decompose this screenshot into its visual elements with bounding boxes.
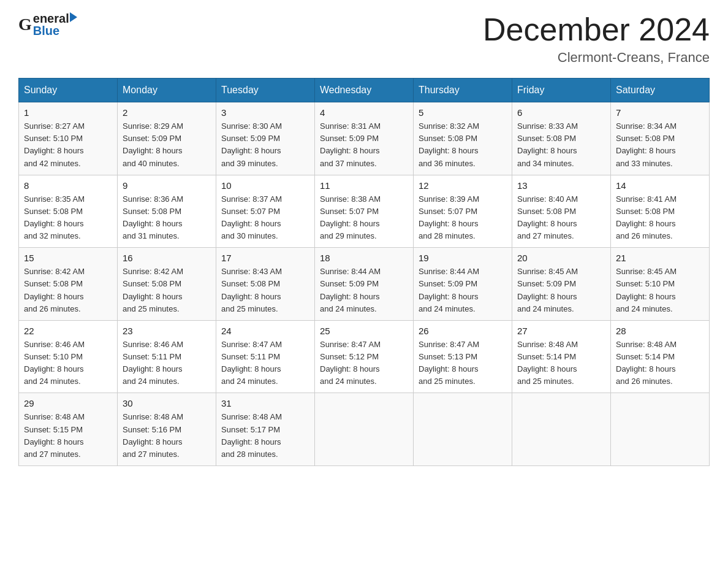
table-row: 29 Sunrise: 8:48 AMSunset: 5:15 PMDaylig… bbox=[19, 393, 118, 466]
day-number: 21 bbox=[616, 253, 704, 263]
table-row: 11 Sunrise: 8:38 AMSunset: 5:07 PMDaylig… bbox=[315, 175, 414, 248]
day-info: Sunrise: 8:45 AMSunset: 5:10 PMDaylight:… bbox=[616, 266, 704, 315]
day-info: Sunrise: 8:47 AMSunset: 5:13 PMDaylight:… bbox=[419, 339, 507, 388]
day-number: 12 bbox=[419, 180, 507, 191]
day-info: Sunrise: 8:44 AMSunset: 5:09 PMDaylight:… bbox=[320, 266, 408, 315]
calendar-table: Sunday Monday Tuesday Wednesday Thursday… bbox=[18, 78, 710, 466]
day-number: 7 bbox=[616, 107, 704, 118]
table-row bbox=[512, 393, 611, 466]
table-row: 17 Sunrise: 8:43 AMSunset: 5:08 PMDaylig… bbox=[216, 248, 315, 321]
day-info: Sunrise: 8:42 AMSunset: 5:08 PMDaylight:… bbox=[123, 266, 211, 315]
day-number: 23 bbox=[123, 326, 211, 336]
day-number: 10 bbox=[221, 180, 309, 191]
day-number: 18 bbox=[320, 253, 408, 263]
day-number: 20 bbox=[517, 253, 605, 263]
day-number: 31 bbox=[221, 398, 309, 408]
day-number: 27 bbox=[517, 326, 605, 336]
table-row: 9 Sunrise: 8:36 AMSunset: 5:08 PMDayligh… bbox=[118, 175, 216, 248]
day-info: Sunrise: 8:48 AMSunset: 5:15 PMDaylight:… bbox=[24, 411, 112, 461]
day-number: 24 bbox=[221, 326, 309, 336]
table-row: 18 Sunrise: 8:44 AMSunset: 5:09 PMDaylig… bbox=[315, 248, 414, 321]
day-number: 5 bbox=[419, 107, 507, 118]
table-row bbox=[414, 393, 512, 466]
day-number: 15 bbox=[24, 253, 112, 263]
day-info: Sunrise: 8:32 AMSunset: 5:08 PMDaylight:… bbox=[419, 120, 507, 170]
day-info: Sunrise: 8:39 AMSunset: 5:07 PMDaylight:… bbox=[419, 193, 507, 243]
day-info: Sunrise: 8:38 AMSunset: 5:07 PMDaylight:… bbox=[320, 193, 408, 243]
table-row: 8 Sunrise: 8:35 AMSunset: 5:08 PMDayligh… bbox=[19, 175, 118, 248]
table-row: 15 Sunrise: 8:42 AMSunset: 5:08 PMDaylig… bbox=[19, 248, 118, 321]
table-row: 19 Sunrise: 8:44 AMSunset: 5:09 PMDaylig… bbox=[414, 248, 512, 321]
table-row: 6 Sunrise: 8:33 AMSunset: 5:08 PMDayligh… bbox=[512, 102, 611, 175]
table-row: 14 Sunrise: 8:41 AMSunset: 5:08 PMDaylig… bbox=[611, 175, 710, 248]
month-title: December 2024 bbox=[483, 12, 710, 47]
col-friday: Friday bbox=[512, 79, 611, 102]
day-number: 3 bbox=[221, 107, 309, 118]
day-info: Sunrise: 8:48 AMSunset: 5:17 PMDaylight:… bbox=[221, 411, 309, 461]
table-row: 20 Sunrise: 8:45 AMSunset: 5:09 PMDaylig… bbox=[512, 248, 611, 321]
day-info: Sunrise: 8:41 AMSunset: 5:08 PMDaylight:… bbox=[616, 193, 704, 243]
day-info: Sunrise: 8:46 AMSunset: 5:11 PMDaylight:… bbox=[123, 339, 211, 388]
table-row: 10 Sunrise: 8:37 AMSunset: 5:07 PMDaylig… bbox=[216, 175, 315, 248]
day-info: Sunrise: 8:40 AMSunset: 5:08 PMDaylight:… bbox=[517, 193, 605, 243]
table-row: 31 Sunrise: 8:48 AMSunset: 5:17 PMDaylig… bbox=[216, 393, 315, 466]
calendar-week-row: 1 Sunrise: 8:27 AMSunset: 5:10 PMDayligh… bbox=[19, 102, 710, 175]
table-row: 3 Sunrise: 8:30 AMSunset: 5:09 PMDayligh… bbox=[216, 102, 315, 175]
day-info: Sunrise: 8:37 AMSunset: 5:07 PMDaylight:… bbox=[221, 193, 309, 243]
day-number: 9 bbox=[123, 180, 211, 191]
table-row: 5 Sunrise: 8:32 AMSunset: 5:08 PMDayligh… bbox=[414, 102, 512, 175]
calendar-week-row: 8 Sunrise: 8:35 AMSunset: 5:08 PMDayligh… bbox=[19, 175, 710, 248]
calendar-header-row: Sunday Monday Tuesday Wednesday Thursday… bbox=[19, 79, 710, 102]
col-tuesday: Tuesday bbox=[216, 79, 315, 102]
day-number: 28 bbox=[616, 326, 704, 336]
day-number: 14 bbox=[616, 180, 704, 191]
table-row: 21 Sunrise: 8:45 AMSunset: 5:10 PMDaylig… bbox=[611, 248, 710, 321]
day-info: Sunrise: 8:35 AMSunset: 5:08 PMDaylight:… bbox=[24, 193, 112, 243]
day-number: 4 bbox=[320, 107, 408, 118]
day-number: 30 bbox=[123, 398, 211, 408]
table-row: 28 Sunrise: 8:48 AMSunset: 5:14 PMDaylig… bbox=[611, 320, 710, 393]
table-row: 24 Sunrise: 8:47 AMSunset: 5:11 PMDaylig… bbox=[216, 320, 315, 393]
day-number: 6 bbox=[517, 107, 605, 118]
day-number: 22 bbox=[24, 326, 112, 336]
day-info: Sunrise: 8:30 AMSunset: 5:09 PMDaylight:… bbox=[221, 120, 309, 170]
day-number: 13 bbox=[517, 180, 605, 191]
title-block: December 2024 Clermont-Creans, France bbox=[483, 12, 710, 66]
table-row: 16 Sunrise: 8:42 AMSunset: 5:08 PMDaylig… bbox=[118, 248, 216, 321]
calendar-week-row: 29 Sunrise: 8:48 AMSunset: 5:15 PMDaylig… bbox=[19, 393, 710, 466]
table-row: 2 Sunrise: 8:29 AMSunset: 5:09 PMDayligh… bbox=[118, 102, 216, 175]
table-row: 25 Sunrise: 8:47 AMSunset: 5:12 PMDaylig… bbox=[315, 320, 414, 393]
table-row: 27 Sunrise: 8:48 AMSunset: 5:14 PMDaylig… bbox=[512, 320, 611, 393]
col-monday: Monday bbox=[118, 79, 216, 102]
location-subtitle: Clermont-Creans, France bbox=[483, 50, 710, 66]
day-number: 19 bbox=[419, 253, 507, 263]
day-info: Sunrise: 8:36 AMSunset: 5:08 PMDaylight:… bbox=[123, 193, 211, 243]
day-number: 2 bbox=[123, 107, 211, 118]
logo-general-text: eneral bbox=[33, 12, 69, 25]
day-number: 17 bbox=[221, 253, 309, 263]
table-row: 23 Sunrise: 8:46 AMSunset: 5:11 PMDaylig… bbox=[118, 320, 216, 393]
day-number: 16 bbox=[123, 253, 211, 263]
table-row: 7 Sunrise: 8:34 AMSunset: 5:08 PMDayligh… bbox=[611, 102, 710, 175]
day-number: 26 bbox=[419, 326, 507, 336]
col-sunday: Sunday bbox=[19, 79, 118, 102]
day-info: Sunrise: 8:47 AMSunset: 5:12 PMDaylight:… bbox=[320, 339, 408, 388]
page-header: G eneral Blue December 2024 Clermont-Cre… bbox=[18, 12, 710, 66]
day-info: Sunrise: 8:29 AMSunset: 5:09 PMDaylight:… bbox=[123, 120, 211, 170]
logo-arrow-icon bbox=[70, 12, 77, 22]
day-info: Sunrise: 8:33 AMSunset: 5:08 PMDaylight:… bbox=[517, 120, 605, 170]
day-info: Sunrise: 8:43 AMSunset: 5:08 PMDaylight:… bbox=[221, 266, 309, 315]
day-number: 25 bbox=[320, 326, 408, 336]
table-row: 1 Sunrise: 8:27 AMSunset: 5:10 PMDayligh… bbox=[19, 102, 118, 175]
table-row: 26 Sunrise: 8:47 AMSunset: 5:13 PMDaylig… bbox=[414, 320, 512, 393]
day-info: Sunrise: 8:48 AMSunset: 5:14 PMDaylight:… bbox=[616, 339, 704, 388]
day-info: Sunrise: 8:48 AMSunset: 5:16 PMDaylight:… bbox=[123, 411, 211, 461]
table-row: 4 Sunrise: 8:31 AMSunset: 5:09 PMDayligh… bbox=[315, 102, 414, 175]
day-number: 11 bbox=[320, 180, 408, 191]
day-info: Sunrise: 8:31 AMSunset: 5:09 PMDaylight:… bbox=[320, 120, 408, 170]
day-info: Sunrise: 8:47 AMSunset: 5:11 PMDaylight:… bbox=[221, 339, 309, 388]
col-saturday: Saturday bbox=[611, 79, 710, 102]
day-info: Sunrise: 8:45 AMSunset: 5:09 PMDaylight:… bbox=[517, 266, 605, 315]
day-info: Sunrise: 8:42 AMSunset: 5:08 PMDaylight:… bbox=[24, 266, 112, 315]
day-number: 8 bbox=[24, 180, 112, 191]
